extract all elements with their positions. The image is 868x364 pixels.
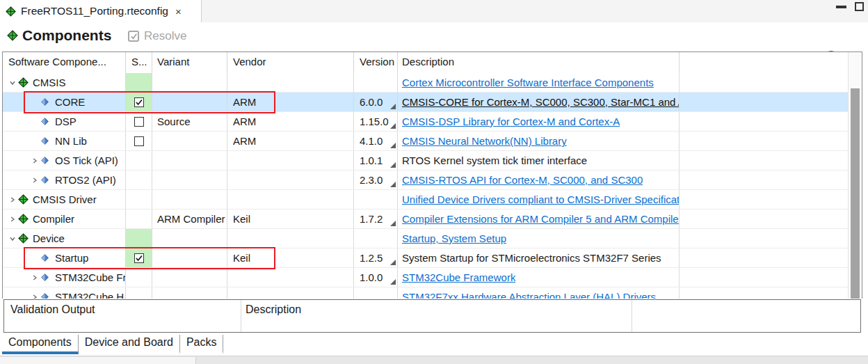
table-row[interactable]: CompilerARM CompilerKeil1.7.2Compiler Ex… — [3, 209, 848, 229]
validation-output-panel: Validation Output Description — [3, 299, 861, 333]
maximize-icon[interactable] — [855, 2, 864, 11]
chevron-right-icon[interactable] — [7, 214, 18, 225]
component-name: STM32Cube Framework — [55, 271, 125, 283]
table-row[interactable]: OS Tick (API)1.0.1RTOS Kernel system tic… — [3, 151, 848, 171]
chevron-right-icon[interactable] — [29, 175, 40, 186]
chevron-right-icon[interactable] — [29, 272, 40, 283]
components-view-header: Components Resolve ? — [0, 22, 868, 52]
panel-divider[interactable] — [632, 300, 632, 332]
filler-cell — [680, 268, 848, 287]
description-link[interactable]: Compiler Extensions for ARM Compiler 5 a… — [402, 213, 679, 225]
component-checkbox-unchecked[interactable] — [134, 117, 144, 127]
component-checkbox-checked[interactable] — [134, 97, 144, 107]
table-row[interactable]: CMSISCortex Microcontroller Software Int… — [3, 73, 848, 93]
vendor-cell-value: Keil — [233, 252, 250, 264]
table-row[interactable]: COREARM6.0.0CMSIS-CORE for Cortex-M, SC0… — [3, 93, 848, 112]
column-header-vendor[interactable]: Vendor — [227, 52, 354, 73]
column-header-variant[interactable]: Variant — [152, 52, 227, 73]
resolve-checkbox[interactable] — [128, 31, 139, 42]
component-name-cell: DSP — [3, 112, 126, 131]
blue-diamond-icon — [40, 155, 51, 166]
description-link[interactable]: CMSIS-RTOS API for Cortex-M, SC000, and … — [402, 174, 643, 186]
vertical-scrollbar-thumb[interactable] — [851, 88, 860, 299]
sel-cell — [126, 248, 152, 267]
blue-diamond-icon — [40, 175, 51, 185]
components-diamond-icon — [7, 30, 18, 41]
table-row[interactable]: CMSIS DriverUnified Device Drivers compl… — [3, 190, 848, 209]
description-link[interactable]: CMSIS-DSP Library for Cortex-M and Corte… — [402, 116, 620, 127]
component-name-cell: OS Tick (API) — [3, 151, 126, 170]
column-header-version[interactable]: Version — [354, 52, 398, 73]
green-diamond-icon — [18, 77, 29, 88]
vendor-cell-value: ARM — [233, 135, 256, 147]
description-link[interactable]: CMSIS Neural Network(NN) Library — [402, 135, 567, 147]
variant-cell — [152, 268, 227, 287]
description-cell: STM32F7xx Hardware Abstraction Layer (HA… — [398, 287, 680, 299]
view-tab-packs[interactable]: Packs — [180, 335, 224, 354]
column-header-description[interactable]: Description — [398, 52, 680, 73]
vertical-scrollbar[interactable] — [848, 52, 862, 299]
table-header-row: Software Compone... S... Variant Vendor … — [3, 52, 862, 73]
variant-cell: Source — [152, 112, 227, 131]
table-row[interactable]: StartupKeil1.2.5System Startup for STMic… — [3, 248, 848, 268]
chevron-right-icon[interactable] — [7, 194, 18, 205]
version-cell-value: 2.3.0 — [360, 174, 383, 186]
table-row[interactable]: RTOS2 (API)2.3.0CMSIS-RTOS API for Corte… — [3, 171, 848, 190]
description-cell: RTOS Kernel system tick timer interface — [398, 151, 680, 170]
chevron-right-icon[interactable] — [29, 292, 40, 299]
view-tab-bar: ComponentsDevice and BoardPacks — [2, 335, 223, 354]
view-tab-components[interactable]: Components — [2, 335, 79, 354]
vendor-cell — [227, 151, 354, 170]
version-dropdown-triangle-icon[interactable] — [390, 123, 396, 129]
vendor-cell — [227, 268, 354, 287]
vendor-cell: ARM — [227, 112, 354, 131]
description-link[interactable]: CMSIS-CORE for Cortex-M, SC000, SC300, S… — [402, 96, 679, 108]
description-cell: Startup, System Setup — [398, 229, 680, 248]
panel-divider[interactable] — [241, 300, 241, 332]
version-dropdown-triangle-icon[interactable] — [390, 143, 396, 148]
version-dropdown-triangle-icon[interactable] — [390, 162, 396, 168]
table-body: CMSISCortex Microcontroller Software Int… — [3, 73, 848, 299]
sel-cell — [126, 229, 152, 248]
filler-cell — [680, 112, 848, 131]
tab-close-icon[interactable]: × — [175, 6, 182, 17]
horizontal-scrollbar-thumb[interactable] — [0, 357, 196, 364]
version-dropdown-triangle-icon[interactable] — [390, 182, 396, 187]
column-header-software-component[interactable]: Software Compone... — [3, 52, 126, 73]
table-row[interactable]: STM32Cube Framework1.0.0STM32Cube Framew… — [3, 268, 848, 287]
description-link[interactable]: Cortex Microcontroller Software Interfac… — [402, 77, 654, 88]
version-dropdown-triangle-icon[interactable] — [390, 221, 396, 226]
version-dropdown-triangle-icon[interactable] — [390, 104, 396, 109]
vendor-cell: ARM — [227, 132, 354, 150]
description-link[interactable]: STM32F7xx Hardware Abstraction Layer (HA… — [402, 291, 656, 299]
component-checkbox-checked[interactable] — [134, 253, 144, 263]
tree-indent-spacer — [29, 136, 40, 147]
table-row[interactable]: DSPSourceARM1.15.0CMSIS-DSP Library for … — [3, 112, 848, 132]
component-checkbox-unchecked[interactable] — [134, 136, 144, 146]
component-name-cell: Compiler — [3, 209, 126, 228]
description-cell: Compiler Extensions for ARM Compiler 5 a… — [398, 209, 680, 228]
description-link[interactable]: STM32Cube Framework — [402, 271, 515, 283]
editor-tab-rteconfig[interactable]: FreeRTOS11_Porting.rteconfig × — [0, 0, 202, 22]
minimize-icon[interactable] — [836, 6, 846, 8]
version-cell: 6.0.0 — [354, 93, 398, 111]
column-header-sel[interactable]: S... — [126, 52, 152, 73]
chevron-down-icon[interactable] — [7, 77, 18, 88]
horizontal-scrollbar[interactable] — [0, 356, 868, 364]
filler-cell — [680, 93, 848, 111]
rte-configuration-window: FreeRTOS11_Porting.rteconfig × Component… — [0, 0, 868, 364]
version-dropdown-triangle-icon[interactable] — [390, 260, 396, 265]
description-cell: CMSIS-RTOS API for Cortex-M, SC000, and … — [398, 171, 680, 189]
chevron-right-icon[interactable] — [29, 155, 40, 166]
view-tab-device-and-board[interactable]: Device and Board — [79, 335, 180, 354]
component-name: Compiler — [33, 213, 74, 225]
table-row[interactable]: DeviceStartup, System Setup — [3, 229, 848, 248]
description-link[interactable]: Startup, System Setup — [402, 232, 506, 244]
table-row[interactable]: STM32Cube HALSTM32F7xx Hardware Abstract… — [3, 287, 848, 299]
chevron-down-icon[interactable] — [7, 233, 18, 244]
sel-cell — [126, 93, 152, 111]
table-row[interactable]: NN LibARM4.1.0CMSIS Neural Network(NN) L… — [3, 132, 848, 151]
variant-cell — [152, 190, 227, 209]
version-dropdown-triangle-icon[interactable] — [390, 279, 396, 285]
description-link[interactable]: Unified Device Drivers compliant to CMSI… — [402, 193, 679, 205]
